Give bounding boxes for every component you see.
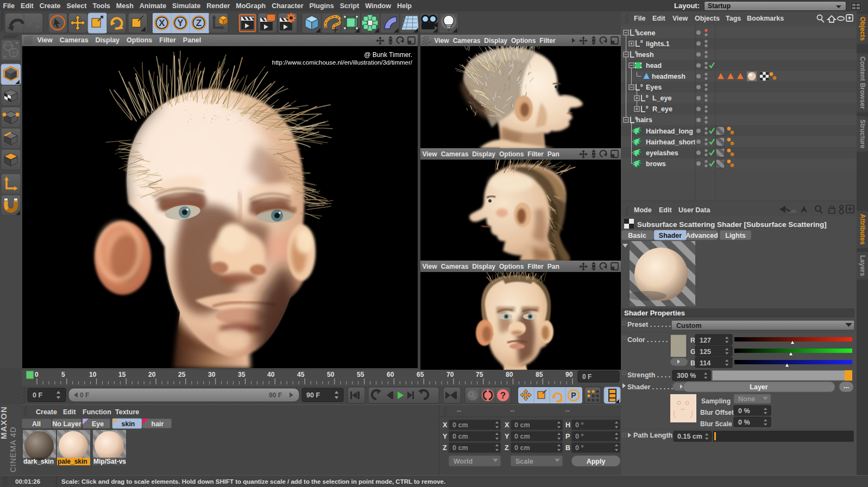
svg-text:0 F: 0 F xyxy=(582,373,592,381)
svg-text:head: head xyxy=(646,62,662,69)
svg-text:brows: brows xyxy=(646,160,666,168)
svg-text:70: 70 xyxy=(446,371,454,378)
svg-text:0.15 cm: 0.15 cm xyxy=(677,433,702,440)
svg-text:B: B xyxy=(565,444,570,452)
svg-text:0: 0 xyxy=(640,39,643,44)
svg-text:0 cm: 0 cm xyxy=(452,444,468,452)
svg-text:pale_skin: pale_skin xyxy=(58,458,87,465)
svg-text:P: P xyxy=(571,391,576,400)
svg-text:Z: Z xyxy=(443,444,447,452)
svg-text:X: X xyxy=(505,421,510,429)
svg-text:40: 40 xyxy=(267,371,275,378)
svg-text:--: -- xyxy=(457,407,461,415)
svg-text:skin: skin xyxy=(121,420,135,428)
svg-text:View: View xyxy=(672,15,688,22)
svg-text:0 F: 0 F xyxy=(33,391,42,399)
svg-text:Y: Y xyxy=(505,433,510,440)
svg-text:0 F: 0 F xyxy=(80,391,89,399)
svg-text:No Layer: No Layer xyxy=(52,420,81,428)
svg-text:20: 20 xyxy=(148,371,156,378)
svg-text:R_eye: R_eye xyxy=(652,105,672,113)
svg-text:55: 55 xyxy=(357,371,364,378)
svg-text:G: G xyxy=(690,348,696,356)
svg-text:127: 127 xyxy=(700,337,711,344)
svg-text:X: X xyxy=(443,421,448,429)
svg-text:85: 85 xyxy=(536,371,543,378)
svg-text:hair: hair xyxy=(152,420,164,428)
svg-text:Edit: Edit xyxy=(652,15,665,22)
svg-text:Basic: Basic xyxy=(628,232,646,239)
svg-text:0 cm: 0 cm xyxy=(452,421,468,429)
svg-text:Shader Properties: Shader Properties xyxy=(624,309,685,317)
svg-text:60: 60 xyxy=(387,371,394,378)
svg-text:0 cm: 0 cm xyxy=(514,421,530,429)
svg-text:90 F: 90 F xyxy=(269,391,282,399)
svg-text:0 cm: 0 cm xyxy=(452,433,468,440)
svg-text:Function: Function xyxy=(83,408,111,416)
svg-text:headmesh: headmesh xyxy=(652,73,685,80)
svg-text:Shader . . . . . .: Shader . . . . . . xyxy=(627,383,673,391)
svg-text:Edit: Edit xyxy=(659,206,672,214)
svg-text:Layer: Layer xyxy=(750,383,768,391)
svg-text:Tags: Tags xyxy=(726,15,741,22)
svg-text:B: B xyxy=(690,359,695,367)
svg-text:Advanced: Advanced xyxy=(685,232,718,239)
svg-text:Hairhead_long: Hairhead_long xyxy=(646,128,693,135)
svg-text:World: World xyxy=(454,458,473,465)
svg-text:eyelashes: eyelashes xyxy=(646,149,678,157)
svg-text:Blur Scale: Blur Scale xyxy=(700,420,732,428)
svg-text:Shader: Shader xyxy=(659,232,682,239)
svg-text:Eye: Eye xyxy=(92,420,104,428)
svg-text:45: 45 xyxy=(297,371,305,378)
svg-text:80: 80 xyxy=(506,371,513,378)
svg-text:Custom: Custom xyxy=(676,322,702,330)
svg-text:L_eye: L_eye xyxy=(652,94,671,102)
svg-text:All: All xyxy=(32,420,41,428)
svg-text:Blur Offset: Blur Offset xyxy=(700,409,734,416)
svg-text:0 °: 0 ° xyxy=(575,433,583,440)
svg-text:R: R xyxy=(690,337,695,344)
svg-text:hairs: hairs xyxy=(636,116,652,124)
svg-text:15: 15 xyxy=(118,371,126,378)
svg-text:0 %: 0 % xyxy=(738,407,750,415)
svg-text:90 F: 90 F xyxy=(306,391,320,399)
svg-text:--: -- xyxy=(510,407,514,415)
svg-text:Preset . . . . . . .: Preset . . . . . . . xyxy=(627,321,675,328)
svg-text:0 °: 0 ° xyxy=(575,444,583,452)
svg-text:10: 10 xyxy=(89,371,97,378)
svg-text:Scale: Scale xyxy=(515,458,533,465)
svg-text:Color . . . . . .: Color . . . . . . xyxy=(627,336,668,344)
svg-text:0 cm: 0 cm xyxy=(514,433,530,440)
svg-text:None: None xyxy=(738,395,755,403)
svg-text:300 %: 300 % xyxy=(677,372,696,380)
svg-text:Bookmarks: Bookmarks xyxy=(747,15,784,22)
svg-text:90: 90 xyxy=(565,371,573,378)
svg-text:30: 30 xyxy=(208,371,216,378)
svg-text:P: P xyxy=(565,433,570,440)
svg-text:Create: Create xyxy=(36,408,57,416)
svg-text:0 cm: 0 cm xyxy=(514,444,530,452)
svg-text:Apply: Apply xyxy=(587,458,606,465)
svg-text:mesh: mesh xyxy=(636,51,654,59)
svg-text:50: 50 xyxy=(327,371,335,378)
svg-text:Z: Z xyxy=(505,444,509,452)
svg-text:dark_skin: dark_skin xyxy=(23,458,54,465)
svg-text:Eyes: Eyes xyxy=(646,84,662,91)
svg-text:125: 125 xyxy=(700,348,711,356)
svg-text:Subsurface Scattering Shader [: Subsurface Scattering Shader [Subsurface… xyxy=(637,220,827,229)
svg-text:User Data: User Data xyxy=(678,206,710,214)
svg-text:Texture: Texture xyxy=(115,408,139,416)
svg-text:0: 0 xyxy=(646,105,649,110)
svg-text:Objects: Objects xyxy=(695,15,720,22)
svg-text:25: 25 xyxy=(178,371,186,378)
svg-text:75: 75 xyxy=(476,371,483,378)
svg-text:?: ? xyxy=(500,390,506,401)
svg-text:Strength . . . . .: Strength . . . . . xyxy=(627,371,674,379)
svg-text:H: H xyxy=(565,421,570,429)
svg-text:File: File xyxy=(634,15,646,22)
svg-text:0 °: 0 ° xyxy=(575,421,583,429)
svg-text:@ Bunk Timmer.: @ Bunk Timmer. xyxy=(364,51,412,59)
svg-text:114: 114 xyxy=(700,359,710,367)
svg-text:Mip/Sat-vs: Mip/Sat-vs xyxy=(93,458,126,465)
svg-text:0: 0 xyxy=(35,371,39,378)
